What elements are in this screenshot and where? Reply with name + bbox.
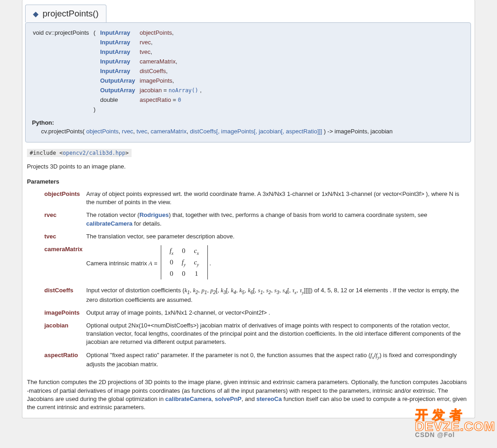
param-objectPoints-desc: Array of object points expressed wrt. th…: [85, 188, 470, 209]
parameters-heading: Parameters: [27, 178, 470, 185]
brief-description: Projects 3D points to an image plane.: [27, 163, 470, 170]
param-distcoeffs-desc: Input vector of distortion coefficients …: [85, 284, 470, 306]
long-description: The function computes the 2D projections…: [27, 378, 470, 411]
param-aspectratio-desc: Optional "fixed aspect ratio" parameter.…: [85, 349, 470, 371]
type-outputarray[interactable]: OutputArray: [100, 87, 135, 94]
python-signature: cv.projectPoints( objectPoints, rvec, tv…: [41, 128, 466, 135]
cpp-signature-table: void cv::projectPoints ( InputArray obje…: [30, 27, 204, 115]
cpp-signature-panel: void cv::projectPoints ( InputArray obje…: [25, 22, 471, 142]
type-double: double: [100, 96, 118, 103]
type-inputarray[interactable]: InputArray: [100, 39, 130, 46]
param-rvec-desc: The rotation vector (Rodrigues) that, to…: [85, 209, 470, 230]
calibratecamera-link[interactable]: calibrateCamera: [165, 395, 211, 402]
param-cameramatrix-desc: Camera intrinsic matrix A = fx0cx 0fycy …: [85, 243, 470, 284]
type-inputarray[interactable]: InputArray: [100, 68, 130, 74]
python-label: Python:: [32, 119, 54, 126]
type-inputarray[interactable]: InputArray: [100, 29, 130, 36]
sig-qualifier: void cv::projectPoints: [33, 29, 89, 36]
stereoca-link[interactable]: stereoCa: [256, 395, 282, 402]
rodrigues-link[interactable]: Rodrigues: [139, 211, 169, 218]
parameters-table: objectPoints Array of object points expr…: [27, 188, 470, 371]
type-outputarray[interactable]: OutputArray: [100, 77, 135, 84]
param-tvec-desc: The translation vector, see parameter de…: [85, 230, 470, 243]
section-title-tab: ◆ projectPoints(): [25, 5, 106, 22]
type-inputarray[interactable]: InputArray: [100, 58, 130, 65]
include-path-link[interactable]: opencv2/calib3d.hpp: [63, 150, 125, 156]
watermark: 开 发 者 DEVZE.COM CSDN @Fol: [415, 409, 495, 438]
calibratecamera-link[interactable]: calibrateCamera: [86, 220, 132, 227]
type-inputarray[interactable]: InputArray: [100, 48, 130, 55]
intrinsic-matrix: fx0cx 0fycy 001: [161, 245, 207, 282]
param-imagepoints-desc: Output array of image points, 1xN/Nx1 2-…: [85, 306, 470, 319]
diamond-icon: ◆: [33, 10, 38, 18]
section-title: projectPoints(): [42, 9, 99, 18]
param-jacobian-desc: Optional output 2Nx(10+<numDistCoeffs>) …: [85, 319, 470, 349]
include-directive: #include <opencv2/calib3d.hpp>: [27, 149, 132, 157]
solvepnp-link[interactable]: solvePnP: [215, 395, 242, 402]
